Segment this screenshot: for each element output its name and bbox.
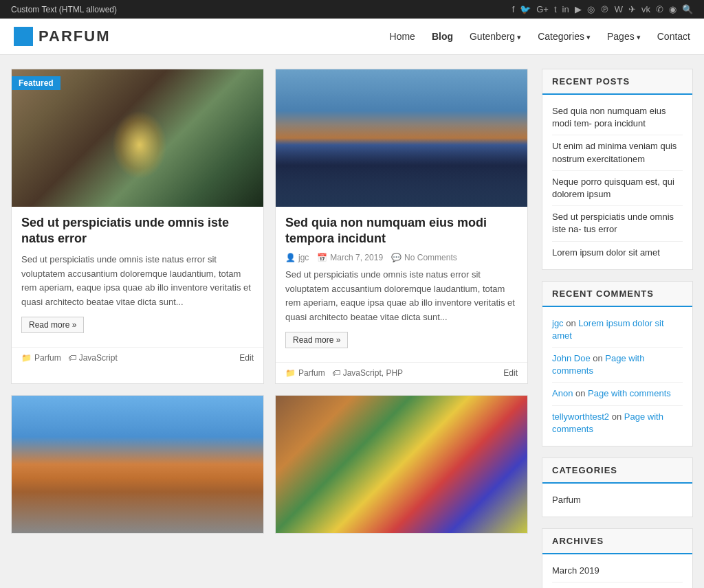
city-image [276,69,527,207]
post-body-1: Sed ut perspiciatis unde omnis iste natu… [12,207,263,347]
read-more-2[interactable]: Read more » [285,332,348,348]
recent-comments-widget: RECENT COMMENTS jgc on Lorem ipsum dolor… [542,281,693,446]
facebook-icon[interactable]: f [512,4,515,14]
logo[interactable]: PARFUM [14,27,110,46]
comments-meta: 💬 No Comments [391,253,457,262]
logo-text: PARFUM [38,27,110,45]
comment-icon: 💬 [391,253,402,262]
top-bar: Custom Text (HTML allowed) f 🐦 G+ t in ▶… [0,0,704,19]
social-icons-group: f 🐦 G+ t in ▶ ◎ ℗ W ✈ vk ✆ ◉ 🔍 [512,4,693,14]
wordpress-icon[interactable]: W [615,4,623,14]
archive-item-0[interactable]: March 2019 [552,560,683,583]
sidebar: RECENT POSTS Sed quia non numquam eius m… [542,69,693,588]
comment-target-2[interactable]: Page with comments [588,388,671,398]
rss-icon[interactable]: t [554,4,557,14]
youtube-icon[interactable]: ▶ [575,4,582,14]
recent-post-item-4[interactable]: Lorem ipsum dolor sit amet [552,242,683,264]
archive-item-1[interactable]: February 2019 [552,583,683,588]
header: PARFUM Home Blog Gutenberg Categories Pa… [0,19,704,55]
categories-list: Parfum [542,484,692,517]
comment-user-1[interactable]: John Doe [552,353,591,363]
post-category-1: 📁 Parfum [21,353,61,363]
tag-icon: 🏷 [68,353,76,363]
on-text-0: on [566,318,575,328]
post-card-2: Sed quia non numquam eius modi tempora i… [275,69,528,384]
search-icon[interactable]: 🔍 [682,4,693,14]
tag-icon-2: 🏷 [332,368,340,378]
recent-comments-list: jgc on Lorem ipsum dolor sit amet John D… [542,307,692,446]
instagram-icon[interactable]: ◎ [587,4,595,14]
logo-square [14,27,33,46]
post-image-3[interactable] [12,396,263,533]
post-image-1[interactable]: Featured [12,69,263,207]
vk-icon[interactable]: vk [641,4,650,14]
categories-widget: CATEGORIES Parfum [542,457,693,517]
post-footer-2: 📁 Parfum 🏷 JavaScript, PHP Edit [276,362,527,383]
post-card-3 [11,395,264,534]
post-body-2: Sed quia non numquam eius modi tempora i… [276,207,527,362]
recent-comments-title: RECENT COMMENTS [542,282,692,307]
author-meta: 👤 jgc [285,253,309,262]
featured-badge: Featured [12,76,60,90]
categories-title: CATEGORIES [542,458,692,484]
on-text-3: on [612,411,624,422]
comment-user-3[interactable]: tellyworthtest2 [552,411,609,422]
category-icon-2: 📁 [285,368,296,378]
post-footer-1: 📁 Parfum 🏷 JavaScript Edit [12,347,263,368]
tunnel-image [12,69,263,207]
pinterest-icon[interactable]: ℗ [600,4,609,14]
telegram-icon[interactable]: ✈ [628,4,636,14]
recent-post-item-1[interactable]: Ut enim ad minima veniam quis nostrum ex… [552,135,683,170]
comment-item-1: John Doe on Page with comments [552,348,683,383]
feed-icon[interactable]: ◉ [669,4,676,14]
recent-post-item-0[interactable]: Sed quia non numquam eius modi tem- pora… [552,100,683,135]
post-excerpt-1: Sed ut perspiciatis unde omnis iste natu… [21,253,254,310]
content-wrapper: Featured Sed ut perspiciatis unde omnis … [0,55,704,588]
abacus-image [276,396,527,533]
category-icon: 📁 [21,353,32,363]
nav-categories[interactable]: Categories [538,31,591,42]
edit-link-2[interactable]: Edit [503,368,518,378]
nav: Home Blog Gutenberg Categories Pages Con… [390,31,690,42]
archives-widget: ARCHIVES March 2019 February 2019 [542,528,693,588]
main-content: Featured Sed ut perspiciatis unde omnis … [11,69,528,588]
buildings-image [12,396,263,533]
recent-posts-widget: RECENT POSTS Sed quia non numquam eius m… [542,69,693,270]
post-excerpt-2: Sed ut perspiciatis unde omnis iste natu… [285,268,518,325]
edit-link-1[interactable]: Edit [239,353,254,363]
top-bar-text: Custom Text (HTML allowed) [11,5,117,14]
read-more-1[interactable]: Read more » [21,317,84,333]
nav-gutenberg[interactable]: Gutenberg [470,31,521,42]
whatsapp-icon[interactable]: ✆ [656,4,663,14]
on-text-1: on [593,353,605,363]
on-text-2: on [575,388,588,398]
post-meta-2: 👤 jgc 📅 March 7, 2019 💬 No Comments [285,253,518,262]
nav-pages[interactable]: Pages [607,31,641,42]
category-item-0[interactable]: Parfum [552,489,683,511]
nav-contact[interactable]: Contact [657,31,690,42]
post-title-2[interactable]: Sed quia non numquam eius modi tempora i… [285,215,518,247]
post-card-1: Featured Sed ut perspiciatis unde omnis … [11,69,264,384]
google-plus-icon[interactable]: G+ [536,4,549,14]
person-icon: 👤 [285,253,296,262]
comment-user-2[interactable]: Anon [552,388,573,398]
post-image-4[interactable] [276,396,527,533]
post-category-2: 📁 Parfum [285,368,325,378]
post-tags-2: 🏷 JavaScript, PHP [332,368,403,378]
nav-blog[interactable]: Blog [432,31,453,42]
comment-item-3: tellyworthtest2 on Page with comments [552,406,683,440]
linkedin-icon[interactable]: in [562,4,569,14]
recent-posts-title: RECENT POSTS [542,69,692,95]
post-tags-1: 🏷 JavaScript [68,353,118,363]
nav-home[interactable]: Home [390,31,415,42]
post-card-4 [275,395,528,534]
archives-title: ARCHIVES [542,529,692,554]
recent-post-item-3[interactable]: Sed ut perspiciatis unde omnis iste na- … [552,206,683,241]
date-meta: 📅 March 7, 2019 [317,253,383,262]
recent-post-item-2[interactable]: Neque porro quisquam est, qui dolorem ip… [552,171,683,206]
post-title-1[interactable]: Sed ut perspiciatis unde omnis iste natu… [21,215,254,247]
comment-user-0[interactable]: jgc [552,318,564,328]
calendar-icon: 📅 [317,253,327,262]
post-image-2[interactable] [276,69,527,207]
twitter-icon[interactable]: 🐦 [520,4,531,14]
